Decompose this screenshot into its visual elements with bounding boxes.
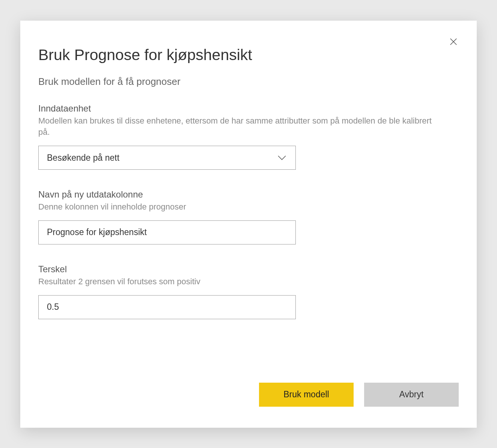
threshold-help: Resultater 2 grensen vil forutses som po… <box>38 276 432 288</box>
input-entity-help: Modellen kan brukes til disse enhetene, … <box>38 115 432 139</box>
close-icon <box>449 38 458 46</box>
output-column-input[interactable] <box>38 220 296 244</box>
input-entity-group: Inndataenhet Modellen kan brukes til dis… <box>38 103 459 170</box>
input-entity-label: Inndataenhet <box>38 103 459 114</box>
dialog-footer: Bruk modell Avbryt <box>259 383 459 407</box>
dialog-title: Bruk Prognose for kjøpshensikt <box>38 46 459 64</box>
close-button[interactable] <box>448 36 459 47</box>
cancel-button[interactable]: Avbryt <box>364 383 459 407</box>
output-column-label: Navn på ny utdatakolonne <box>38 189 459 200</box>
dialog-subtitle: Bruk modellen for å få prognoser <box>38 76 459 87</box>
output-column-group: Navn på ny utdatakolonne Denne kolonnen … <box>38 189 459 244</box>
threshold-label: Terskel <box>38 264 459 275</box>
threshold-input[interactable] <box>38 295 296 319</box>
chevron-down-icon <box>277 152 287 163</box>
output-column-help: Denne kolonnen vil inneholde prognoser <box>38 201 432 213</box>
input-entity-selected-value: Besøkende på nett <box>47 153 119 163</box>
threshold-group: Terskel Resultater 2 grensen vil forutse… <box>38 264 459 319</box>
apply-model-dialog: Bruk Prognose for kjøpshensikt Bruk mode… <box>20 21 477 428</box>
apply-model-button[interactable]: Bruk modell <box>259 383 354 407</box>
input-entity-select[interactable]: Besøkende på nett <box>38 146 296 170</box>
